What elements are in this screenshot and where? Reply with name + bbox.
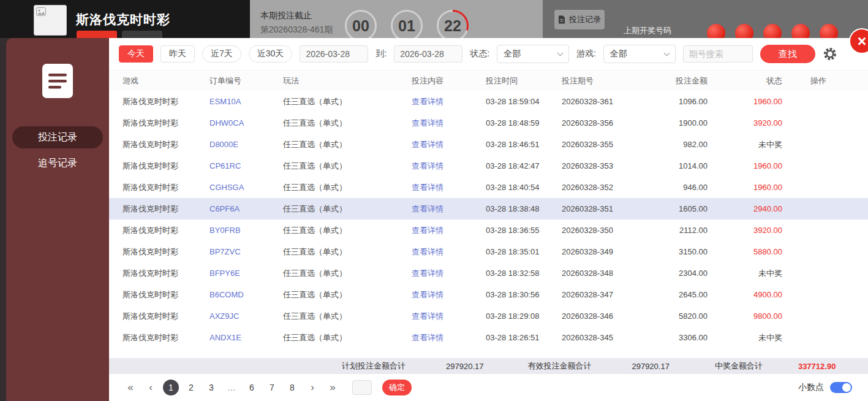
cell-order-link[interactable]: CP61RC: [209, 161, 283, 170]
period-search-input[interactable]: [683, 45, 753, 63]
table-row[interactable]: 斯洛伐克时时彩 DHW0CA 任三直选（单式） 查看详情 03-28 18:48…: [109, 112, 868, 134]
page-ellipsis: …: [224, 380, 240, 395]
view-details-link[interactable]: 查看详情: [412, 161, 486, 172]
quick-filter-30days[interactable]: 近30天: [249, 45, 293, 63]
cell-status: 2940.00: [708, 204, 782, 213]
cell-status: 5880.00: [708, 247, 782, 256]
table-spacer: [109, 348, 868, 358]
countdown-minutes: 01: [391, 10, 423, 42]
cell-order-link[interactable]: DHW0CA: [209, 118, 283, 128]
col-game-header: 游戏: [123, 75, 209, 86]
settings-gear-icon[interactable]: [823, 47, 837, 61]
page-jump-confirm-button[interactable]: 确定: [382, 380, 412, 395]
prev-page-icon[interactable]: ‹: [143, 381, 159, 394]
view-details-link[interactable]: 查看详情: [412, 139, 486, 150]
deadline-period: 第20260328-461期: [260, 25, 333, 36]
cell-order-link[interactable]: ESM10A: [209, 97, 283, 106]
page-button-6[interactable]: 6: [244, 380, 260, 395]
col-period-header: 投注期号: [562, 75, 666, 86]
cell-time: 03-28 18:42:47: [486, 161, 562, 170]
cell-period: 20260328-351: [562, 204, 666, 213]
cell-time: 03-28 18:29:08: [486, 311, 562, 321]
cell-period: 20260328-349: [562, 247, 666, 256]
quick-filter-today[interactable]: 今天: [119, 45, 153, 63]
cell-status: 1960.00: [708, 97, 782, 106]
cell-time: 03-28 18:26:51: [486, 333, 562, 342]
plan-total-label: 计划投注金额合计: [342, 361, 406, 372]
view-details-link[interactable]: 查看详情: [412, 96, 486, 107]
page-button-3[interactable]: 3: [203, 380, 219, 395]
cell-play: 任三直选（单式）: [283, 289, 412, 300]
filter-bar: 今天 昨天 近7天 近30天 到: 状态: 全部 游戏: 全部 查找: [109, 38, 868, 70]
page-button-7[interactable]: 7: [264, 380, 280, 395]
view-details-link[interactable]: 查看详情: [412, 268, 486, 279]
cell-order-link[interactable]: B6COMD: [209, 290, 283, 299]
sidebar-item-chase-records[interactable]: 追号记录: [12, 152, 103, 174]
page-button-8[interactable]: 8: [284, 380, 300, 395]
cell-play: 任三直选（单式）: [283, 139, 412, 150]
cell-game: 斯洛伐克时时彩: [123, 246, 209, 258]
cell-order-link[interactable]: ANDX1E: [209, 333, 283, 342]
sidebar-item-bet-records[interactable]: 投注记录: [12, 126, 103, 148]
cell-order-link[interactable]: C6PF6A: [209, 204, 283, 213]
view-details-link[interactable]: 查看详情: [412, 225, 486, 236]
cell-order-link[interactable]: CGHSGA: [209, 183, 283, 192]
table-row[interactable]: 斯洛伐克时时彩 D8000E 任三直选（单式） 查看详情 03-28 18:46…: [109, 134, 868, 155]
date-to-input[interactable]: [394, 45, 462, 63]
quick-filter-yesterday[interactable]: 昨天: [160, 45, 195, 63]
view-details-link[interactable]: 查看详情: [412, 182, 486, 193]
cell-status: 1960.00: [708, 161, 782, 170]
table-row[interactable]: 斯洛伐克时时彩 ESM10A 任三直选（单式） 查看详情 03-28 18:59…: [109, 91, 868, 112]
cell-play: 任三直选（单式）: [283, 246, 412, 258]
table-row[interactable]: 斯洛伐克时时彩 CGHSGA 任三直选（单式） 查看详情 03-28 18:40…: [109, 177, 868, 198]
cell-amount: 2645.00: [666, 290, 708, 299]
cell-order-link[interactable]: BFPY6E: [209, 269, 283, 278]
page-button-2[interactable]: 2: [183, 380, 199, 395]
cell-order-link[interactable]: BP7ZVC: [209, 247, 283, 256]
quick-filter-7days[interactable]: 近7天: [202, 45, 241, 63]
deadline-label: 本期投注截止: [260, 10, 312, 21]
bet-records-button-label: 投注记录: [569, 14, 601, 25]
decimal-toggle[interactable]: [830, 382, 852, 393]
chevron-down-icon: [557, 50, 564, 56]
page-jump-input[interactable]: [352, 380, 372, 395]
date-from-input[interactable]: [300, 45, 368, 63]
status-select[interactable]: 全部: [497, 45, 569, 63]
page-button-1[interactable]: 1: [163, 380, 179, 395]
view-details-link[interactable]: 查看详情: [412, 311, 486, 322]
first-page-icon[interactable]: «: [123, 381, 138, 394]
cell-play: 任三直选（单式）: [283, 96, 412, 107]
plan-total-value: 297920.17: [446, 362, 483, 371]
last-page-icon[interactable]: »: [325, 381, 341, 394]
table-row[interactable]: 斯洛伐克时时彩 B6COMD 任三直选（单式） 查看详情 03-28 18:30…: [109, 284, 868, 305]
decimal-toggle-group: 小数点: [798, 382, 852, 393]
last-draw-label: 上期开奖号码: [624, 25, 671, 36]
cell-amount: 2304.00: [666, 269, 708, 278]
bet-records-button[interactable]: 投注记录: [554, 10, 605, 29]
game-select[interactable]: 全部: [603, 45, 676, 63]
search-button[interactable]: 查找: [760, 45, 815, 63]
view-details-link[interactable]: 查看详情: [412, 204, 486, 215]
cell-status: 未中奖: [708, 268, 782, 279]
table-row[interactable]: 斯洛伐克时时彩 BY0FRB 任三直选（单式） 查看详情 03-28 18:36…: [109, 220, 868, 241]
cell-order-link[interactable]: D8000E: [209, 140, 283, 149]
col-content-header: 投注内容: [412, 75, 486, 86]
table-row[interactable]: 斯洛伐克时时彩 ANDX1E 任三直选（单式） 查看详情 03-28 18:26…: [109, 327, 868, 348]
cell-game: 斯洛伐克时时彩: [123, 139, 209, 150]
view-details-link[interactable]: 查看详情: [412, 246, 486, 258]
table-row[interactable]: 斯洛伐克时时彩 BP7ZVC 任三直选（单式） 查看详情 03-28 18:35…: [109, 241, 868, 262]
table-row[interactable]: 斯洛伐克时时彩 C6PF6A 任三直选（单式） 查看详情 03-28 18:38…: [109, 198, 868, 220]
table-row[interactable]: 斯洛伐克时时彩 CP61RC 任三直选（单式） 查看详情 03-28 18:42…: [109, 155, 868, 177]
view-details-link[interactable]: 查看详情: [412, 118, 486, 129]
next-page-icon[interactable]: ›: [304, 381, 320, 394]
cell-game: 斯洛伐克时时彩: [123, 96, 209, 107]
table-row[interactable]: 斯洛伐克时时彩 AXZ9JC 任三直选（单式） 查看详情 03-28 18:29…: [109, 305, 868, 327]
game-select-value: 全部: [610, 48, 627, 59]
cell-order-link[interactable]: AXZ9JC: [209, 311, 283, 321]
cell-order-link[interactable]: BY0FRB: [209, 226, 283, 235]
cell-play: 任三直选（单式）: [283, 332, 412, 343]
view-details-link[interactable]: 查看详情: [412, 332, 486, 343]
table-row[interactable]: 斯洛伐克时时彩 BFPY6E 任三直选（单式） 查看详情 03-28 18:32…: [109, 262, 868, 284]
summary-bar: 计划投注金额合计 297920.17 有效投注金额合计 297920.17 中奖…: [109, 358, 868, 374]
view-details-link[interactable]: 查看详情: [412, 289, 486, 300]
